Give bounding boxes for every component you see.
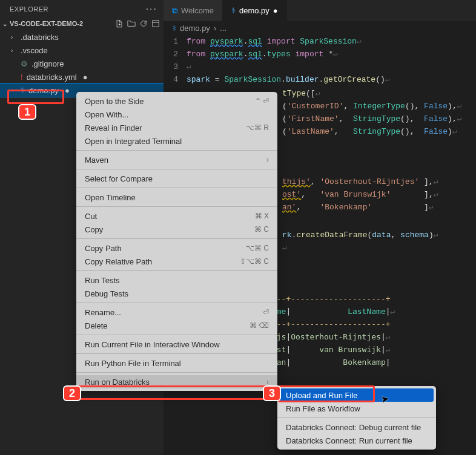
breadcrumb-more: ... xyxy=(220,24,226,33)
context-menu-item[interactable]: Select for Compare xyxy=(76,172,277,185)
breadcrumb-file: demo.py xyxy=(180,24,210,33)
menu-separator xyxy=(76,238,277,239)
new-folder-icon[interactable] xyxy=(127,19,136,28)
menu-item-label: Delete xyxy=(85,321,108,330)
submenu-arrow-icon: › xyxy=(266,378,269,386)
context-menu-item[interactable]: Reveal in Finder⌥⌘ R xyxy=(76,121,277,134)
menu-separator xyxy=(76,372,277,373)
context-menu-item[interactable]: Run Current File in Interactive Window xyxy=(76,338,277,351)
file-gitignore[interactable]: ⚙ .gitignore xyxy=(0,57,164,70)
tab-demo-py[interactable]: ⚕ demo.py ● xyxy=(223,0,287,21)
refresh-icon[interactable] xyxy=(139,19,148,28)
keyboard-shortcut: ⌥⌘ R xyxy=(246,123,269,132)
breadcrumb-sep: › xyxy=(214,24,216,33)
menu-item-label: Open Timeline xyxy=(85,193,136,202)
modified-indicator: ● xyxy=(83,73,88,82)
annotation-box-1 xyxy=(7,90,64,104)
file-label: .gitignore xyxy=(31,59,64,68)
workspace-header[interactable]: ⌄ VS-CODE-EXT-DEMO-2 xyxy=(0,18,164,29)
menu-separator xyxy=(277,417,436,418)
context-menu-item[interactable]: Copy Path⌥⌘ C xyxy=(76,241,277,255)
code-line[interactable]: 4spark = SparkSession.builder.getOrCreat… xyxy=(164,73,476,86)
context-menu-item[interactable]: Open to the Side⌃ ⏎ xyxy=(76,94,277,108)
context-menu-item[interactable]: Maven› xyxy=(76,153,277,166)
line-number: 4 xyxy=(164,73,187,86)
folder-databricks[interactable]: › .databricks xyxy=(0,30,164,44)
menu-item-label: Run Tests xyxy=(85,276,120,285)
context-menu-item[interactable]: Debug Tests xyxy=(76,287,277,300)
keyboard-shortcut: ⌘ ⌫ xyxy=(250,321,269,330)
submenu-arrow-icon: › xyxy=(266,155,269,164)
context-menu-item[interactable]: Open Timeline xyxy=(76,191,277,204)
settings-icon: ⚙ xyxy=(21,59,28,68)
dirty-indicator: ● xyxy=(273,6,278,15)
python-icon: ⚕ xyxy=(172,24,176,33)
menu-item-label: Reveal in Finder xyxy=(85,123,142,133)
menu-item-label: Debug Tests xyxy=(85,289,128,298)
submenu-item[interactable]: Databricks Connect: Run current file xyxy=(277,434,436,447)
submenu-item[interactable]: Databricks Connect: Debug current file xyxy=(277,421,436,434)
context-menu-item[interactable]: Copy⌘ C xyxy=(76,223,277,236)
context-menu-item[interactable]: Copy Relative Path⇧⌥⌘ C xyxy=(76,255,277,268)
keyboard-shortcut: ⏎ xyxy=(263,308,269,316)
context-menu[interactable]: Open to the Side⌃ ⏎Open With...Reveal in… xyxy=(76,92,277,391)
file-databricks-yml[interactable]: ! databricks.yml ● xyxy=(0,70,164,83)
line-number: 1 xyxy=(164,35,187,48)
python-icon: ⚕ xyxy=(231,6,236,15)
code-line[interactable]: 3↵ xyxy=(164,61,476,73)
folder-label: .vscode xyxy=(21,46,48,55)
menu-separator xyxy=(76,169,277,169)
file-label: databricks.yml xyxy=(27,73,77,82)
keyboard-shortcut: ⌘ X xyxy=(255,212,269,220)
menu-item-label: Select for Compare xyxy=(85,174,153,183)
menu-item-label: Copy Path xyxy=(85,244,122,253)
annotation-box-3 xyxy=(278,385,375,402)
more-actions-icon[interactable]: ··· xyxy=(146,4,157,15)
vscode-icon: ⧉ xyxy=(172,6,177,16)
submenu-item[interactable]: Run File as Workflow xyxy=(277,402,436,415)
tab-welcome[interactable]: ⧉ Welcome xyxy=(164,0,223,21)
menu-separator xyxy=(76,353,277,354)
folder-vscode[interactable]: › .vscode xyxy=(0,44,164,57)
line-number: 2 xyxy=(164,48,187,61)
menu-item-label: Cut xyxy=(85,212,97,221)
context-menu-item[interactable]: Open in Integrated Terminal xyxy=(76,134,277,148)
code-editor[interactable]: 1from pyspark.sql import SparkSession↵2f… xyxy=(164,35,476,86)
annotation-badge-3: 3 xyxy=(263,385,281,401)
editor-tabs: ⧉ Welcome ⚕ demo.py ● xyxy=(164,0,476,21)
menu-separator xyxy=(76,188,277,188)
code-line[interactable]: 2from pyspark.sql.types import *↵ xyxy=(164,48,476,61)
annotation-badge-2: 2 xyxy=(63,385,81,401)
collapse-icon[interactable] xyxy=(151,19,160,28)
chevron-down-icon: ⌄ xyxy=(2,21,8,27)
menu-separator xyxy=(76,335,277,335)
context-menu-item[interactable]: Open With... xyxy=(76,108,277,121)
annotation-box-2 xyxy=(78,385,276,400)
menu-separator xyxy=(76,206,277,207)
line-number: 3 xyxy=(164,61,187,73)
menu-item-label: Open in Integrated Terminal xyxy=(85,137,182,146)
context-menu-item[interactable]: Run Python File in Terminal xyxy=(76,356,277,370)
menu-item-label: Run Python File in Terminal xyxy=(85,359,181,368)
menu-item-label: Copy xyxy=(85,225,103,234)
chevron-right-icon: › xyxy=(11,47,17,54)
breadcrumb[interactable]: ⚕ demo.py › ... xyxy=(164,21,476,35)
explorer-title: EXPLORER xyxy=(10,5,48,13)
code-line[interactable]: 1from pyspark.sql import SparkSession↵ xyxy=(164,35,476,48)
workspace-name: VS-CODE-EXT-DEMO-2 xyxy=(10,20,83,27)
menu-separator xyxy=(76,150,277,151)
context-menu-item[interactable]: Run Tests xyxy=(76,273,277,287)
file-tree: › .databricks › .vscode ⚙ .gitignore ! d… xyxy=(0,29,164,97)
folder-label: .databricks xyxy=(21,33,59,42)
keyboard-shortcut: ⇧⌥⌘ C xyxy=(240,257,269,266)
menu-item-label: Rename... xyxy=(85,308,121,317)
menu-item-label: Run Current File in Interactive Window xyxy=(85,340,220,349)
menu-separator xyxy=(76,303,277,303)
context-menu-item[interactable]: Cut⌘ X xyxy=(76,209,277,223)
menu-item-label: Copy Relative Path xyxy=(85,257,152,266)
keyboard-shortcut: ⌘ C xyxy=(254,225,269,234)
new-file-icon[interactable] xyxy=(115,19,124,28)
tab-label: demo.py xyxy=(239,6,269,15)
context-menu-item[interactable]: Delete⌘ ⌫ xyxy=(76,319,277,332)
context-menu-item[interactable]: Rename...⏎ xyxy=(76,306,277,319)
